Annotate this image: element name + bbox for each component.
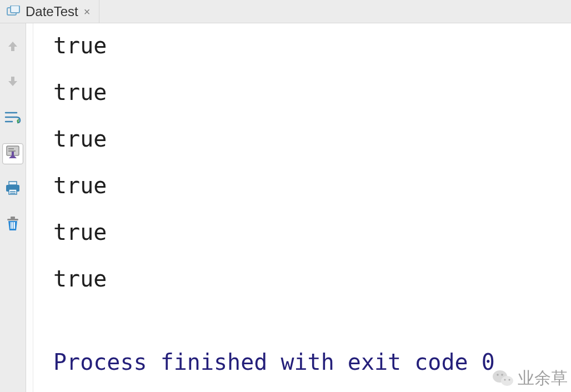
output-line: true [53, 81, 571, 103]
soft-wrap-button[interactable] [2, 108, 23, 129]
console-toolbar [0, 23, 26, 392]
svg-point-20 [504, 379, 506, 381]
output-line: true [53, 34, 571, 57]
trash-icon [6, 216, 20, 234]
output-line: true [53, 221, 571, 243]
svg-rect-1 [11, 6, 19, 13]
svg-rect-11 [7, 219, 18, 220]
svg-rect-10 [10, 193, 16, 194]
run-config-icon [7, 6, 21, 18]
svg-rect-3 [8, 148, 14, 149]
svg-rect-9 [10, 191, 16, 192]
arrow-up-icon [6, 39, 19, 55]
close-icon[interactable]: × [83, 6, 92, 17]
svg-point-18 [497, 374, 499, 376]
gutter-divider [26, 23, 33, 392]
output-line: true [53, 128, 571, 150]
tab-title: DateTest [26, 4, 78, 19]
svg-rect-4 [8, 150, 16, 152]
soft-wrap-icon [4, 110, 21, 126]
output-line: true [53, 174, 571, 197]
tab-datetest[interactable]: DateTest × [3, 0, 99, 23]
svg-rect-12 [11, 217, 15, 219]
console-output[interactable]: true true true true true true Process fi… [33, 23, 571, 392]
run-tool-window: true true true true true true Process fi… [0, 23, 571, 392]
svg-rect-15 [14, 222, 15, 229]
arrow-down-icon [6, 75, 19, 91]
print-icon [5, 181, 21, 198]
svg-point-21 [509, 379, 510, 381]
output-line: true [53, 268, 571, 290]
scroll-to-end-button[interactable] [2, 143, 23, 164]
scroll-to-end-icon [6, 145, 20, 163]
svg-point-17 [501, 376, 513, 386]
scroll-up-button[interactable] [2, 37, 23, 58]
clear-button[interactable] [2, 214, 23, 235]
tab-strip: DateTest × [0, 0, 571, 23]
svg-rect-14 [12, 222, 13, 229]
print-button[interactable] [2, 179, 23, 200]
svg-rect-5 [12, 152, 14, 155]
scroll-down-button[interactable] [2, 72, 23, 93]
exit-message: Process finished with exit code 0 [53, 351, 571, 373]
svg-point-19 [501, 374, 503, 376]
svg-rect-13 [11, 222, 12, 229]
svg-rect-6 [9, 182, 17, 185]
